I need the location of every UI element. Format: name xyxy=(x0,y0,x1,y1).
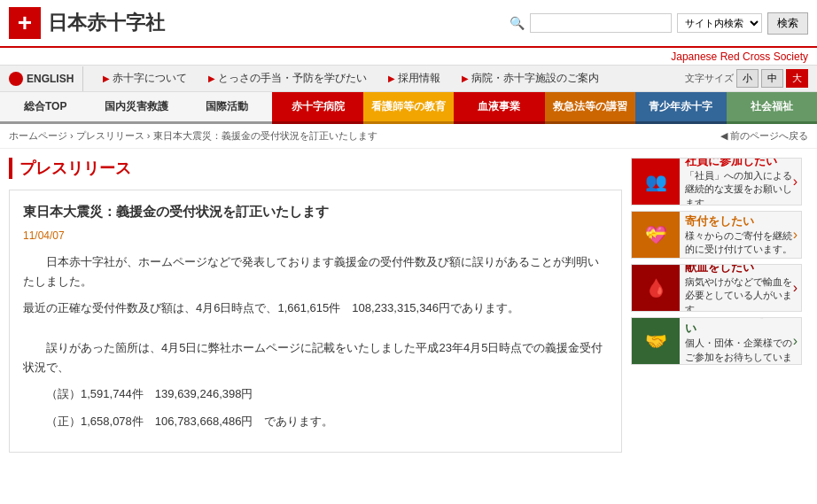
main-nav-label-4: 看護師等の教育 xyxy=(371,100,446,112)
sidebar-card-img-shakai: 👥 xyxy=(632,158,680,205)
main-nav-label-5: 血液事業 xyxy=(478,100,520,112)
sidebar-icon-volunteer: 🤝 xyxy=(645,330,667,352)
sidebar-card-body-shakai: 「社員」への加入による継続的な支援をお願いします。 xyxy=(685,169,796,205)
sidebar-card-text-volunteer: ボランティアをしたい 個人・団体・企業様でのご参加をお待ちしています。 xyxy=(680,317,801,365)
main-nav-label-1: 国内災害救護 xyxy=(105,100,168,112)
sidebar-card-body-kifu: 様々からのご寄付を継続的に受け付けています。 xyxy=(685,229,796,257)
org-name-en: Japanese Red Cross Society xyxy=(671,50,808,63)
article-incorrect: （誤）1,591,744件 139,639,246,398円 xyxy=(46,384,608,404)
font-small-btn[interactable]: 小 xyxy=(736,69,759,88)
breadcrumb-press-release[interactable]: プレスリリース xyxy=(76,130,144,141)
logo-text: 日本赤十字社 xyxy=(48,10,165,36)
breadcrumb-home[interactable]: ホームページ xyxy=(9,130,67,141)
article-paragraph2: 最近の正確な受付件数及び額は、4月6日時点で、1,661,615件 108,23… xyxy=(23,299,608,318)
press-release-bar xyxy=(9,158,12,179)
font-size-area: 文字サイズ 小 中 大 xyxy=(685,69,808,88)
search-type-select[interactable]: サイト内検索 xyxy=(677,13,762,33)
sidebar-card-text-献血: 献血をしたい 病気やけがなどで輸血を必要としている人がいます。 xyxy=(680,264,801,312)
article-heading: 東日本大震災：義援金の受付状況を訂正いたします xyxy=(23,204,608,221)
main-nav-label-8: 社会福祉 xyxy=(751,100,793,112)
lang-nav-bar: ENGLISH ▶ 赤十字について ▶ とっさの手当・予防を学びたい ▶ 採用情… xyxy=(0,66,817,92)
main-nav-item-0[interactable]: 総合TOP xyxy=(0,92,90,124)
main-nav-item-2[interactable]: 国際活動 xyxy=(182,92,272,124)
back-link-label: 前のページへ戻る xyxy=(730,129,808,143)
font-size-label: 文字サイズ xyxy=(685,72,734,85)
org-name-bar: Japanese Red Cross Society xyxy=(0,48,817,66)
logo-area: 日本赤十字社 xyxy=(9,7,165,39)
article-date: 11/04/07 xyxy=(23,229,608,242)
main-nav-item-8[interactable]: 社会福祉 xyxy=(727,92,817,124)
header: 日本赤十字社 🔍 サイト内検索 検索 xyxy=(0,0,817,48)
sidebar-card-body-volunteer: 個人・団体・企業様でのご参加をお待ちしています。 xyxy=(685,337,796,365)
red-cross-icon xyxy=(9,7,41,39)
sidebar-card-title-volunteer: ボランティアをしたい xyxy=(685,317,796,337)
english-label: ENGLISH xyxy=(27,73,74,85)
main-nav-item-7[interactable]: 青少年赤十字 xyxy=(635,92,726,124)
header-right: 🔍 サイト内検索 検索 xyxy=(510,12,808,35)
main-nav-label-0: 総合TOP xyxy=(24,100,66,112)
main-nav-label-7: 青少年赤十字 xyxy=(649,100,712,112)
sidebar-icon-shakai: 👥 xyxy=(645,171,667,192)
nav-label-2: 採用情報 xyxy=(398,71,440,86)
nav-label-0: 赤十字について xyxy=(113,71,187,86)
press-release-title: プレスリリース xyxy=(19,158,131,179)
breadcrumb-sep2: › xyxy=(147,130,153,141)
main-content: プレスリリース 東日本大震災：義援金の受付状況を訂正いたします 11/04/07… xyxy=(9,158,622,453)
sidebar-card-title-献血: 献血をしたい xyxy=(685,264,796,275)
breadcrumb-bar: ホームページ › プレスリリース › 東日本大震災：義援金の受付状況を訂正いたし… xyxy=(0,124,817,149)
main-nav-label-6: 救急法等の講習 xyxy=(553,100,627,112)
back-arrow-icon: ◀ xyxy=(720,130,728,142)
font-medium-btn[interactable]: 中 xyxy=(761,69,783,88)
search-input[interactable] xyxy=(530,13,672,33)
article-paragraph1: 日本赤十字社が、ホームページなどで発表しております義援金の受付件数及び額に誤りが… xyxy=(23,252,608,291)
sidebar-card-volunteer[interactable]: 🤝 ボランティアをしたい 個人・団体・企業様でのご参加をお待ちしています。 › xyxy=(631,317,802,365)
article-correct: （正）1,658,078件 106,783,668,486円 であります。 xyxy=(46,412,608,431)
content-wrapper: プレスリリース 東日本大震災：義援金の受付状況を訂正いたします 11/04/07… xyxy=(0,149,817,461)
back-link[interactable]: ◀ 前のページへ戻る xyxy=(720,129,808,143)
sidebar-card-img-volunteer: 🤝 xyxy=(632,317,680,365)
sidebar-card-title-kifu: 寄付をしたい xyxy=(685,213,796,229)
breadcrumb-sep1: › xyxy=(70,130,76,141)
english-btn[interactable]: ENGLISH xyxy=(9,66,83,91)
search-button[interactable]: 検索 xyxy=(767,12,808,35)
top-nav-item-2[interactable]: ▶ 採用情報 xyxy=(377,66,451,91)
top-nav-item-0[interactable]: ▶ 赤十字について xyxy=(92,66,198,91)
nav-arrow-0: ▶ xyxy=(103,74,110,83)
main-nav-item-5[interactable]: 血液事業 xyxy=(454,92,544,124)
sidebar-icon-献血: 🩸 xyxy=(645,277,667,299)
sidebar-card-kifu[interactable]: 💝 寄付をしたい 様々からのご寄付を継続的に受け付けています。 › xyxy=(631,211,802,259)
nav-label-3: 病院・赤十字施設のご案内 xyxy=(471,71,599,86)
main-nav-label-2: 国際活動 xyxy=(206,100,248,112)
breadcrumb: ホームページ › プレスリリース › 東日本大震災：義援金の受付状況を訂正いたし… xyxy=(9,129,377,143)
breadcrumb-current: 東日本大震災：義援金の受付状況を訂正いたします xyxy=(153,130,377,141)
main-nav: 総合TOP 国内災害救護 国際活動 赤十字病院 看護師等の教育 血液事業 救急法… xyxy=(0,92,817,124)
sidebar-card-body-献血: 病気やけがなどで輸血を必要としている人がいます。 xyxy=(685,275,796,312)
sidebar-card-shakai[interactable]: 👥 社員に参加したい 「社員」への加入による継続的な支援をお願いします。 › xyxy=(631,158,802,205)
main-nav-item-1[interactable]: 国内災害救護 xyxy=(90,92,181,124)
sidebar-card-arrow-kifu: › xyxy=(793,227,798,243)
main-nav-label-3: 赤十字病院 xyxy=(292,100,345,112)
main-nav-item-4[interactable]: 看護師等の教育 xyxy=(363,92,454,124)
sidebar: 👥 社員に参加したい 「社員」への加入による継続的な支援をお願いします。 › 💝… xyxy=(631,158,808,453)
article-box: 東日本大震災：義援金の受付状況を訂正いたします 11/04/07 日本赤十字社が… xyxy=(9,190,622,453)
sidebar-card-arrow-献血: › xyxy=(793,280,798,296)
sidebar-card-title-shakai: 社員に参加したい xyxy=(685,158,796,169)
sidebar-card-arrow-volunteer: › xyxy=(793,333,798,349)
main-nav-item-6[interactable]: 救急法等の講習 xyxy=(545,92,635,124)
nav-arrow-2: ▶ xyxy=(388,74,395,83)
top-nav-item-3[interactable]: ▶ 病院・赤十字施設のご案内 xyxy=(451,66,610,91)
sidebar-card-img-献血: 🩸 xyxy=(632,264,680,312)
nav-label-1: とっさの手当・予防を学びたい xyxy=(218,71,367,86)
press-release-header: プレスリリース xyxy=(9,158,622,179)
main-nav-item-3[interactable]: 赤十字病院 xyxy=(272,92,362,124)
sidebar-card-img-kifu: 💝 xyxy=(632,211,680,259)
nav-arrow-1: ▶ xyxy=(208,74,215,83)
font-large-btn[interactable]: 大 xyxy=(786,69,808,88)
top-nav-item-1[interactable]: ▶ とっさの手当・予防を学びたい xyxy=(198,66,377,91)
sidebar-card-献血[interactable]: 🩸 献血をしたい 病気やけがなどで輸血を必要としている人がいます。 › xyxy=(631,264,802,312)
sidebar-card-text-shakai: 社員に参加したい 「社員」への加入による継続的な支援をお願いします。 xyxy=(680,158,801,205)
search-icon: 🔍 xyxy=(510,16,525,30)
article-paragraph3: 誤りがあった箇所は、4月5日に弊社ホームページに記載をいたしました平成23年4月… xyxy=(23,338,608,377)
english-icon xyxy=(9,72,23,86)
sidebar-card-text-kifu: 寄付をしたい 様々からのご寄付を継続的に受け付けています。 xyxy=(680,211,801,259)
